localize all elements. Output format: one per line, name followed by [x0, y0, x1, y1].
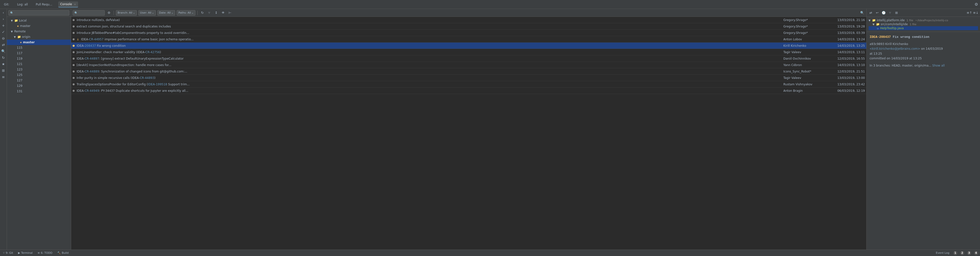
cr-44893-link[interactable]: CR-44893	[140, 76, 154, 80]
status-terminal[interactable]: ▶ Terminal	[17, 251, 33, 255]
tree-item-131[interactable]: 131	[7, 88, 71, 94]
tree-item-121[interactable]: 121	[7, 61, 71, 67]
log-row[interactable]: [devkit] InspectionNotFoundInspection: h…	[71, 62, 866, 68]
cr-44957-link[interactable]: CR-44957	[89, 38, 104, 41]
cr-44949-link[interactable]: CR-44949	[85, 89, 99, 93]
right-undo-icon[interactable]: ↩	[875, 10, 880, 16]
file-tree-project: ▼ 📁 intellij.platform.ide 1 file ~/IdeaP…	[869, 18, 978, 22]
paths-filter[interactable]: Paths: All ⌄	[177, 10, 196, 16]
tree-item-master[interactable]: ★ master	[7, 23, 71, 29]
expand-local-icon: ▼	[11, 19, 13, 22]
right-sort-asc-icon[interactable]: ≡↑	[967, 10, 972, 16]
user-filter[interactable]: User: All ⌄	[138, 10, 156, 16]
log-row[interactable]: introduce nullize(s, defValue) Gregory.S…	[71, 17, 866, 23]
status-build[interactable]: 🔨 Build	[56, 251, 70, 255]
commit-date: 14/03/2019, 13:11	[828, 50, 865, 54]
layout2-icon[interactable]: ≡	[1, 74, 6, 80]
forward-icon[interactable]: ›	[1, 16, 6, 22]
sort-icon[interactable]: ↕	[213, 10, 219, 16]
cr-44889-link[interactable]: CR-44889	[85, 70, 99, 73]
file-tree-file[interactable]: ☕ HelpTooltip.java	[869, 26, 978, 30]
log-search-input[interactable]	[73, 10, 105, 16]
log-row[interactable]: IDEA-CR-44949: PY-34437 Duplicate shortc…	[71, 88, 866, 94]
layout1-icon[interactable]: ⊞	[1, 68, 6, 73]
bookmark-icon[interactable]: ★	[1, 61, 6, 67]
commit-author: Tagir Valeev	[783, 76, 828, 80]
log-row-selected[interactable]: IDEA-208437 Fix wrong condition Kirill K…	[71, 43, 866, 49]
log-row[interactable]: IDEA-CR-44897: [groovy] extract DefaultU…	[71, 55, 866, 62]
tab-bar: Git: Log: all Pull Requ... Console × ⚙	[0, 0, 980, 9]
search-log-icon[interactable]: 🔍	[859, 10, 865, 16]
branch-filter[interactable]: Branch: All ⌄	[116, 10, 137, 16]
log-row[interactable]: IDEA-CR-44889: Synchronization of change…	[71, 68, 866, 75]
log-row[interactable]: JoinLinesHandler: check marker validity …	[71, 49, 866, 55]
right-branch-icon[interactable]: ⑂	[887, 10, 893, 16]
graph-icon[interactable]: ⊢	[227, 10, 233, 16]
refresh-icon[interactable]: ↻	[1, 55, 6, 60]
tree-item-127[interactable]: 127	[7, 78, 71, 83]
status-git[interactable]: ⑂ 9: Git	[2, 251, 14, 255]
back-icon[interactable]: ‹	[1, 10, 6, 15]
branch-mode-icon[interactable]: ⑂	[207, 10, 212, 16]
badge-4: 4	[974, 251, 978, 255]
pin-icon[interactable]: ⇄	[1, 42, 6, 48]
tab-git[interactable]: Git:	[2, 2, 11, 7]
tab-pull-req[interactable]: Pull Requ...	[34, 2, 54, 7]
log-row[interactable]: introduce JBTabbedPane#tabComponentInset…	[71, 30, 866, 36]
right-expand-icon[interactable]: ⇄	[868, 10, 873, 16]
cr-42756-link[interactable]: CR-42756	[145, 50, 160, 54]
commit-dot	[73, 26, 75, 27]
delete-icon[interactable]: ⊖	[1, 35, 6, 41]
right-sort-desc-icon[interactable]: ≡↓	[973, 10, 978, 16]
commit-author: Rustam Vishnyakov	[783, 83, 828, 86]
commit-message: extract common json, structural search a…	[76, 25, 783, 28]
log-row[interactable]: TrailingSpacesOptionsProvider for Editor…	[71, 81, 866, 88]
expand-project-icon[interactable]: ▼	[869, 19, 870, 22]
right-details: IDEA-208437 Fix wrong condition a93c9893…	[867, 32, 980, 250]
tree-item-remote[interactable]: ▼ Remote	[7, 29, 71, 34]
tab-close-icon[interactable]: ×	[74, 3, 76, 6]
commit-date-on: on 14/03/2019	[921, 47, 943, 50]
log-row[interactable]: Infer purity in simple recursive calls (…	[71, 75, 866, 81]
commit-date: 13/03/2019, 23:42	[828, 83, 865, 86]
search-action-icon[interactable]: 🔍	[1, 48, 6, 54]
status-event-log[interactable]: Event Log	[935, 251, 950, 255]
commit-author: Gregory.Shrago*	[783, 18, 828, 22]
right-history-icon[interactable]: 🕐	[881, 10, 886, 16]
tree-item-local[interactable]: ▼ 📁 Local	[7, 18, 71, 23]
commit-email-link[interactable]: <kirill.kirichenko@jetbrains.com>	[870, 47, 920, 50]
log-row[interactable]: ↓ IDEA-CR-44957 improve performance of s…	[71, 36, 866, 43]
tree-item-129[interactable]: 129	[7, 83, 71, 88]
commit-dot	[73, 70, 75, 72]
idea-208437-link[interactable]: 208437	[85, 44, 96, 48]
right-file-tree: ▼ 📁 intellij.platform.ide 1 file ~/IdeaP…	[867, 17, 980, 32]
branch-127-label: 127	[17, 78, 22, 82]
tree-item-origin[interactable]: ▼ 📁 origin	[7, 34, 71, 40]
eye-icon[interactable]: 👁	[220, 10, 226, 16]
sidebar-search-input[interactable]	[8, 10, 69, 16]
show-all-link[interactable]: Show all	[932, 64, 945, 67]
tab-console[interactable]: Console ×	[58, 2, 78, 7]
expand-subdir-icon[interactable]: ▼	[873, 23, 875, 26]
log-settings-icon[interactable]: ⚙	[106, 10, 112, 16]
check-icon[interactable]: ✓	[1, 29, 6, 35]
git-icon: ⑂	[3, 251, 5, 254]
tree-item-117[interactable]: 117	[7, 50, 71, 56]
date-filter[interactable]: Date: All ⌄	[158, 10, 175, 16]
refresh-log-icon[interactable]: ↻	[200, 10, 205, 16]
branch-119-label: 119	[17, 57, 22, 60]
right-layout-icon[interactable]: ⊞	[894, 10, 899, 16]
cr-44897-link[interactable]: CR-44897	[85, 57, 99, 60]
tree-item-115[interactable]: 115	[7, 45, 71, 50]
status-todo[interactable]: ≡ 6: TODO	[37, 251, 53, 255]
tree-item-123[interactable]: 123	[7, 67, 71, 72]
tree-item-119[interactable]: 119	[7, 56, 71, 61]
add-icon[interactable]: +	[1, 23, 6, 28]
paths-filter-label: Paths: All	[178, 11, 191, 14]
tree-item-125[interactable]: 125	[7, 72, 71, 78]
settings-icon[interactable]: ⚙	[975, 2, 978, 7]
log-row[interactable]: extract common json, structural search a…	[71, 23, 866, 30]
idea-199518-link[interactable]: IDEA-199518	[148, 83, 167, 86]
tree-item-origin-master[interactable]: ★ master	[7, 40, 71, 45]
tab-log-all[interactable]: Log: all	[15, 2, 30, 7]
